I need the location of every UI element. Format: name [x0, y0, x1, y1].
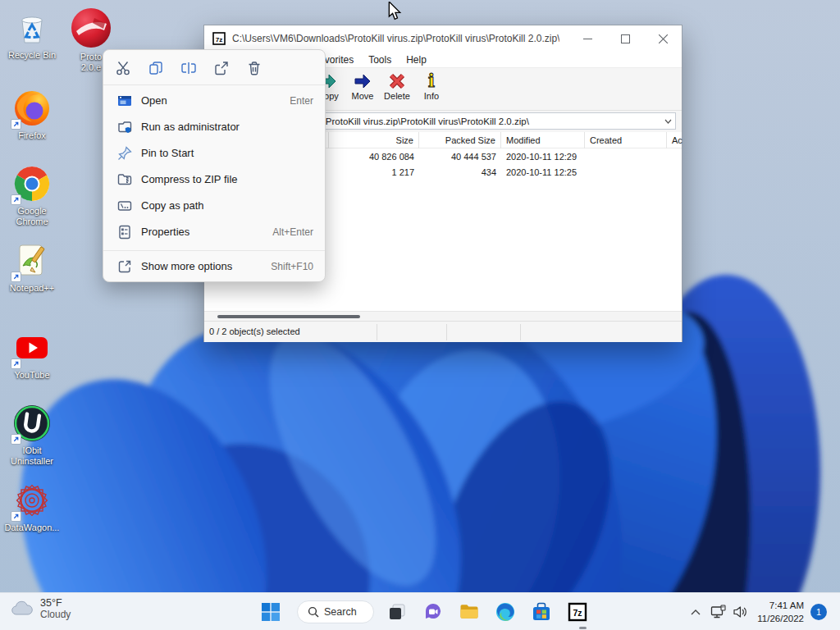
recycle-bin-icon — [12, 8, 52, 48]
microsoft-store-button[interactable] — [527, 599, 556, 625]
menu-item-copy-as-path[interactable]: Copy as path — [107, 193, 323, 219]
icon-label: Firefox — [2, 130, 62, 141]
delete-button[interactable] — [243, 57, 266, 79]
open-icon — [116, 93, 133, 109]
file-explorer-icon — [459, 601, 480, 623]
cell-size: 40 826 084 — [329, 149, 419, 165]
column-header-accessed[interactable]: Ac — [667, 132, 683, 148]
share-icon — [213, 60, 230, 76]
icon-label: Notepad++ — [2, 283, 62, 294]
desktop-icon-datawagon[interactable]: DataWagon... — [2, 481, 62, 533]
shortcut-arrow-badge — [11, 434, 21, 445]
copy-icon — [148, 60, 164, 76]
volume-tray-button[interactable] — [728, 599, 751, 625]
desktop-icon-iobit-uninstaller[interactable]: IObit Uninstaller — [2, 404, 62, 467]
horizontal-scrollbar[interactable] — [204, 311, 682, 321]
shortcut-arrow-badge — [11, 358, 21, 369]
shortcut-arrow-badge — [11, 119, 21, 130]
share-button[interactable] — [210, 57, 233, 79]
copy-button[interactable] — [144, 57, 167, 79]
column-header-created[interactable]: Created — [585, 132, 667, 148]
start-button[interactable] — [256, 599, 285, 625]
cell-packed-size: 434 — [419, 165, 501, 180]
taskbar: 35°F Cloudy Search — [0, 592, 840, 630]
move-button[interactable]: Move — [345, 70, 380, 109]
title-bar[interactable]: 7z C:\Users\VM6\Downloads\ProtoKill viru… — [204, 25, 682, 52]
icon-label: IObit Uninstaller — [2, 445, 62, 467]
maximize-button[interactable] — [606, 25, 644, 52]
admin-shield-icon — [116, 119, 133, 135]
icon-label: YouTube — [2, 370, 62, 381]
close-button[interactable] — [644, 25, 682, 52]
address-dropdown-chevron-icon[interactable] — [660, 117, 675, 126]
microsoft-store-icon — [531, 601, 552, 623]
menu-item-pin-to-start[interactable]: Pin to Start — [107, 140, 323, 167]
shortcut-arrow-badge — [11, 272, 21, 282]
cell-packed-size: 40 444 537 — [419, 149, 501, 165]
desktop-icon-google-chrome[interactable]: Google Chrome — [2, 164, 62, 227]
7zip-app-icon: 7z — [212, 32, 226, 45]
search-icon — [308, 606, 319, 618]
weather-condition: Cloudy — [40, 609, 71, 620]
properties-icon — [116, 224, 133, 240]
menu-help[interactable]: Help — [399, 54, 434, 66]
file-explorer-button[interactable] — [454, 599, 484, 625]
window-title: C:\Users\VM6\Downloads\ProtoKill virus.z… — [232, 33, 559, 44]
menu-item-properties[interactable]: Properties Alt+Enter — [107, 219, 323, 245]
delete-button[interactable]: Delete — [380, 70, 414, 109]
shortcut-arrow-badge — [11, 511, 21, 522]
column-header-packed-size[interactable]: Packed Size — [419, 132, 501, 148]
rename-icon — [180, 60, 197, 76]
clock-widget[interactable]: 7:41 AM 11/26/2022 — [757, 599, 804, 625]
cell-modified: 2020-10-11 12:29 — [501, 149, 585, 165]
chat-icon — [422, 601, 444, 623]
icon-label: DataWagon... — [2, 523, 62, 533]
windows-logo-icon — [261, 602, 281, 622]
edge-button[interactable] — [491, 599, 520, 625]
mouse-cursor — [387, 2, 402, 21]
desktop-icon-recycle-bin[interactable]: Recycle Bin — [2, 8, 62, 61]
menu-separator — [103, 250, 325, 251]
zip-folder-icon — [116, 171, 133, 188]
7zip-taskbar-icon: 7z — [568, 602, 587, 622]
network-tray-button[interactable] — [707, 599, 730, 625]
icon-label: Google Chrome — [2, 206, 62, 227]
ethernet-network-icon — [710, 605, 727, 619]
cut-button[interactable] — [112, 57, 135, 79]
desktop-icon-youtube[interactable]: YouTube — [2, 328, 62, 381]
weather-widget[interactable]: 35°F Cloudy — [10, 597, 71, 620]
task-view-icon — [387, 602, 407, 622]
chat-button[interactable] — [418, 599, 448, 625]
info-button[interactable]: i Info — [414, 70, 449, 109]
shortcut-hint: Alt+Enter — [272, 226, 313, 238]
task-view-button[interactable] — [382, 599, 412, 625]
cell-size: 1 217 — [329, 165, 419, 180]
chevron-up-icon — [691, 609, 701, 615]
menu-item-show-more-options[interactable]: Show more options Shift+F10 — [107, 253, 323, 280]
protokill-icon — [70, 7, 112, 49]
tray-date: 11/26/2022 — [757, 612, 804, 625]
desktop-icon-notepadpp[interactable]: Notepad++ — [2, 241, 62, 294]
scrollbar-thumb[interactable] — [217, 315, 360, 318]
column-header-modified[interactable]: Modified — [501, 132, 585, 148]
menu-item-run-as-administrator[interactable]: Run as administrator — [107, 114, 323, 140]
menu-tools[interactable]: Tools — [361, 54, 399, 66]
menu-item-compress-to-zip[interactable]: Compress to ZIP file — [107, 167, 323, 193]
svg-text:i: i — [428, 71, 435, 91]
7zip-taskbar-button[interactable]: 7z — [563, 599, 592, 625]
search-box[interactable]: Search — [297, 600, 374, 623]
desktop-icon-firefox[interactable]: Firefox — [2, 89, 62, 141]
column-header-size[interactable]: Size — [329, 132, 419, 148]
menu-item-open[interactable]: Open Enter — [107, 88, 323, 114]
status-bar: 0 / 2 object(s) selected — [204, 321, 682, 342]
copy-path-icon — [116, 198, 133, 214]
tray-chevron-button[interactable] — [685, 599, 706, 625]
svg-text:7z: 7z — [573, 608, 582, 618]
notification-badge[interactable]: 1 — [810, 604, 827, 620]
rename-button[interactable] — [177, 57, 200, 79]
weather-temp: 35°F — [40, 597, 71, 609]
minimize-button[interactable] — [568, 25, 606, 52]
cell-modified: 2020-10-11 12:25 — [501, 165, 585, 180]
delete-icon — [246, 60, 262, 76]
speaker-icon — [733, 605, 747, 619]
